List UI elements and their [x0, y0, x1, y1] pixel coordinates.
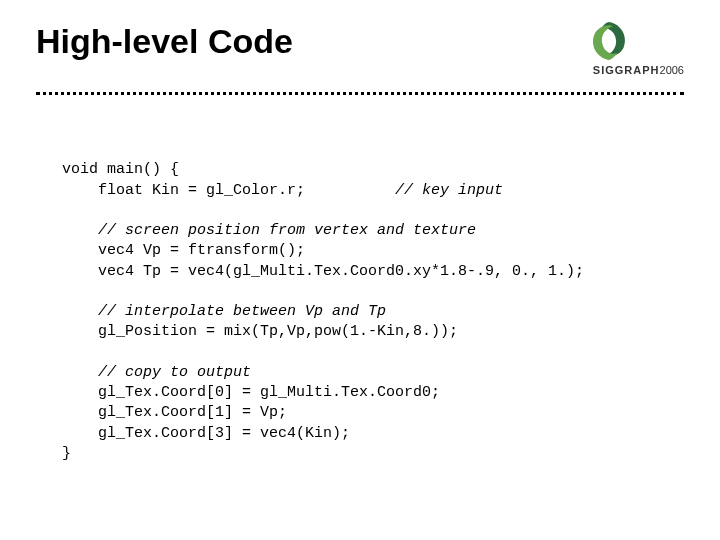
code-line: gl_Tex.Coord[3] = vec4(Kin);	[62, 425, 350, 442]
code-comment: // copy to output	[62, 364, 251, 381]
code-line: gl_Tex.Coord[1] = Vp;	[62, 404, 287, 421]
logo-wordmark: SIGGRAPH	[593, 64, 660, 76]
code-line: vec4 Tp = vec4(gl_Multi.Tex.Coord0.xy*1.…	[62, 263, 584, 280]
code-line: void main() {	[62, 161, 179, 178]
code-comment: // key input	[395, 182, 503, 199]
code-line: gl_Tex.Coord[0] = gl_Multi.Tex.Coord0;	[62, 384, 440, 401]
code-fragment: float Kin = gl_Color.r;	[98, 182, 305, 199]
logo-text: SIGGRAPH2006	[593, 64, 684, 76]
code-line: vec4 Vp = ftransform();	[62, 242, 305, 259]
code-line: }	[62, 445, 71, 462]
code-line: float Kin = gl_Color.r; // key input	[62, 182, 503, 199]
code-comment: // screen position from vertex and textu…	[62, 222, 476, 239]
code-comment: // interpolate between Vp and Tp	[62, 303, 386, 320]
siggraph-logo: SIGGRAPH2006	[554, 20, 684, 80]
divider	[36, 92, 684, 95]
swirl-icon	[588, 20, 630, 62]
code-line: gl_Position = mix(Tp,Vp,pow(1.-Kin,8.));	[62, 323, 458, 340]
page-title: High-level Code	[36, 22, 293, 61]
slide: High-level Code SIGGRAPH2006 void main()…	[0, 0, 720, 540]
code-block: void main() { float Kin = gl_Color.r; //…	[62, 140, 680, 464]
logo-year: 2006	[660, 64, 684, 76]
